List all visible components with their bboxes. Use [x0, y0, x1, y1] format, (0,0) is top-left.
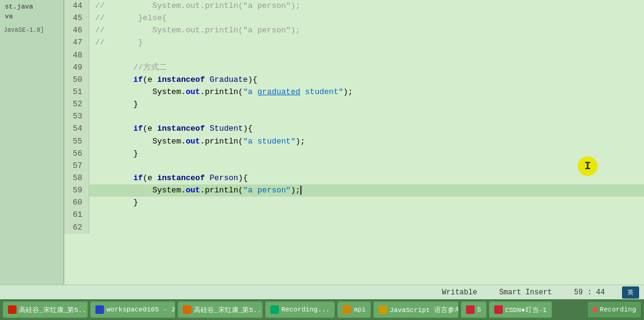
taskbar-icon-js: [379, 305, 387, 314]
taskbar-button-js[interactable]: JavaScript 语言参考 »: [373, 301, 459, 318]
line-number: 50: [64, 74, 89, 86]
line-code: [89, 160, 644, 172]
taskbar: 高硅谷_宋红康_第5... workspace0105 - J... 高硅谷_宋…: [0, 299, 644, 320]
line-number: 53: [64, 111, 89, 123]
line-code: // System.out.println("a person");: [89, 0, 644, 12]
sidebar-version: JavaSE-1.8]: [4, 27, 60, 34]
status-position: 59 : 44: [569, 288, 610, 297]
table-row: 56 }: [64, 148, 644, 160]
taskbar-label-2: workspace0105 - J...: [106, 306, 176, 313]
line-number: 48: [64, 49, 89, 62]
table-row: 52 }: [64, 98, 644, 111]
line-code: }: [89, 148, 644, 160]
taskbar-button-recording[interactable]: Recording...: [265, 301, 335, 318]
taskbar-button-s[interactable]: S: [461, 301, 487, 318]
line-number: 62: [64, 222, 89, 234]
status-bar: Writable Smart Insert 59 : 44 英: [0, 285, 644, 299]
line-number: 55: [64, 136, 89, 148]
line-code: // }: [89, 37, 644, 49]
table-row: 51 System.out.println("a graduated stude…: [64, 86, 644, 98]
recording-status[interactable]: Recording: [587, 301, 642, 318]
line-number: 60: [64, 197, 89, 209]
line-code: if(e instanceof Person){: [89, 172, 644, 184]
taskbar-label-3: 高硅谷_宋红康_第5...: [194, 305, 263, 315]
line-code: if(e instanceof Graduate){: [89, 74, 644, 86]
taskbar-icon-2: [95, 305, 104, 314]
taskbar-label-recording: Recording...: [281, 306, 330, 313]
line-code: // System.out.println("a person");: [89, 24, 644, 37]
line-number: 59: [64, 184, 89, 197]
line-code: [89, 209, 644, 221]
taskbar-button-2[interactable]: workspace0105 - J...: [90, 301, 176, 318]
table-row: 58 if(e instanceof Person){: [64, 172, 644, 184]
main-container: st.java va JavaSE-1.8] 44 // System.out.…: [0, 0, 644, 320]
table-row: 62: [64, 222, 644, 234]
recording-label: Recording: [600, 306, 636, 313]
taskbar-button-api[interactable]: api: [337, 301, 371, 318]
code-table: 44 // System.out.println("a person"); 45…: [64, 0, 644, 234]
taskbar-icon-recording: [270, 305, 279, 314]
taskbar-label-1: 高硅谷_宋红康_第5...: [19, 305, 88, 315]
line-code: // }else{: [89, 12, 644, 24]
table-row: 45 // }else{: [64, 12, 644, 24]
sidebar-item-stjava[interactable]: st.java: [4, 2, 60, 11]
table-row: 48: [64, 49, 644, 62]
table-row: 46 // System.out.println("a person");: [64, 24, 644, 37]
line-number: 49: [64, 62, 89, 74]
table-row: 54 if(e instanceof Student){: [64, 123, 644, 135]
code-scroll[interactable]: 44 // System.out.println("a person"); 45…: [64, 0, 644, 285]
table-row: 57: [64, 160, 644, 172]
line-number: 45: [64, 12, 89, 24]
line-code: System.out.println("a graduated student"…: [89, 86, 644, 98]
line-code: if(e instanceof Student){: [89, 123, 644, 135]
line-number: 54: [64, 123, 89, 135]
taskbar-button-3[interactable]: 高硅谷_宋红康_第5...: [177, 301, 263, 318]
line-code: }: [89, 197, 644, 209]
line-number: 58: [64, 172, 89, 184]
line-number: 57: [64, 160, 89, 172]
table-row: 61: [64, 209, 644, 221]
taskbar-label-s: S: [477, 306, 481, 313]
line-code: [89, 222, 644, 234]
taskbar-icon-3: [183, 305, 191, 314]
line-code: }: [89, 98, 644, 111]
table-row: 60 }: [64, 197, 644, 209]
line-code: System.out.println("a student");: [89, 136, 644, 148]
line-code: [89, 111, 644, 123]
taskbar-label-api: api: [353, 306, 366, 313]
table-row-active: 59 System.out.println("a person");: [64, 184, 644, 197]
line-code: [89, 49, 644, 62]
table-row: 50 if(e instanceof Graduate){: [64, 74, 644, 86]
sidebar-item-va[interactable]: va: [4, 12, 60, 21]
editor-area: st.java va JavaSE-1.8] 44 // System.out.…: [0, 0, 644, 285]
line-number: 52: [64, 98, 89, 111]
taskbar-label-js: JavaScript 语言参考 »: [390, 305, 459, 315]
table-row: 44 // System.out.println("a person");: [64, 0, 644, 12]
taskbar-icon-1: [8, 305, 17, 314]
line-number: 51: [64, 86, 89, 98]
line-number: 44: [64, 0, 89, 12]
line-number: 47: [64, 37, 89, 49]
taskbar-icon-csdn: [494, 305, 503, 314]
status-insert: Smart Insert: [494, 288, 557, 297]
line-number: 46: [64, 24, 89, 37]
taskbar-icon-s: [466, 305, 475, 314]
taskbar-label-csdn: CSDN●叮当-1: [505, 305, 547, 315]
table-row: 55 System.out.println("a student");: [64, 136, 644, 148]
table-row: 53: [64, 111, 644, 123]
taskbar-button-1[interactable]: 高硅谷_宋红康_第5...: [2, 301, 88, 318]
table-row: 49 //方式二: [64, 62, 644, 74]
line-number: 61: [64, 209, 89, 221]
taskbar-icon-api: [342, 305, 351, 314]
line-number: 56: [64, 148, 89, 160]
ime-indicator[interactable]: 英: [622, 286, 639, 299]
recording-dot: [593, 307, 598, 312]
line-code: System.out.println("a person");: [89, 184, 644, 197]
table-row: 47 // }: [64, 37, 644, 49]
line-code: //方式二: [89, 62, 644, 74]
sidebar: st.java va JavaSE-1.8]: [0, 0, 64, 285]
taskbar-button-csdn[interactable]: CSDN●叮当-1: [489, 301, 552, 318]
code-panel[interactable]: 44 // System.out.println("a person"); 45…: [64, 0, 644, 285]
status-writable: Writable: [437, 288, 483, 297]
